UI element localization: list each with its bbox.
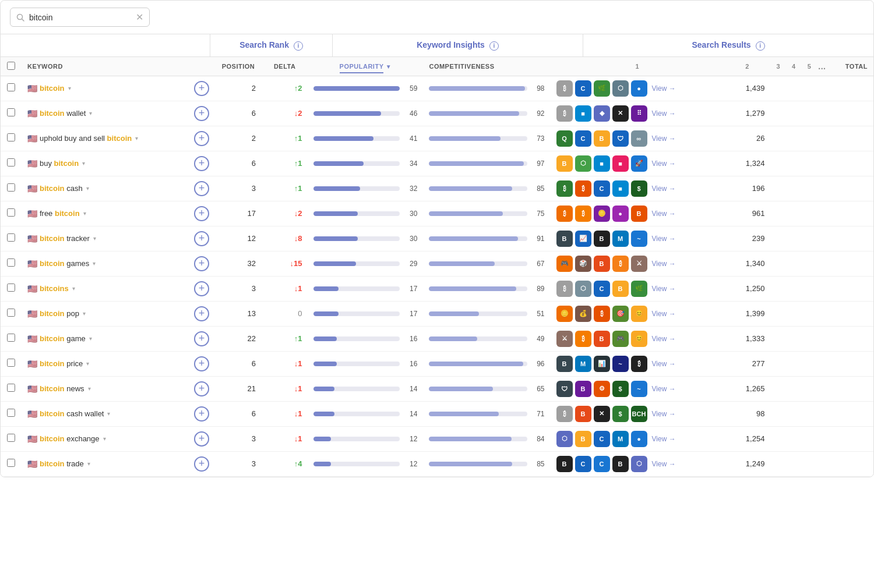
- add-keyword-button[interactable]: +: [194, 281, 209, 296]
- row-checkbox-1[interactable]: [7, 108, 15, 116]
- view-more-link[interactable]: View →: [652, 285, 676, 293]
- add-keyword-button[interactable]: +: [194, 181, 209, 196]
- row-checkbox-6[interactable]: [7, 233, 15, 242]
- search-rank-info-icon[interactable]: i: [294, 41, 303, 51]
- app-icon-3[interactable]: ◆: [594, 105, 610, 122]
- row-checkbox-7[interactable]: [7, 258, 15, 267]
- add-keyword-button[interactable]: +: [194, 231, 209, 246]
- app-icon-5[interactable]: BCH: [631, 406, 647, 422]
- row-checkbox-10[interactable]: [7, 334, 15, 342]
- add-keyword-button[interactable]: +: [194, 431, 209, 447]
- row-checkbox-15[interactable]: [7, 459, 15, 467]
- app-icon-5[interactable]: B: [631, 206, 647, 222]
- app-icon-4[interactable]: ■: [612, 155, 629, 172]
- view-more-link[interactable]: View →: [652, 260, 676, 268]
- view-more-link[interactable]: View →: [652, 185, 676, 193]
- keyword-dropdown-icon[interactable]: ▾: [89, 110, 92, 116]
- app-icon-4[interactable]: ⬡: [612, 80, 629, 97]
- app-icon-4[interactable]: M: [612, 431, 629, 447]
- search-box[interactable]: ✕: [10, 8, 150, 27]
- app-icon-3[interactable]: B: [594, 231, 610, 247]
- app-icon-1[interactable]: B: [556, 356, 573, 372]
- app-icon-2[interactable]: 📈: [575, 231, 591, 247]
- header-popularity[interactable]: POPULARITY ▼: [308, 57, 423, 76]
- add-keyword-button[interactable]: +: [194, 381, 209, 396]
- app-icon-1[interactable]: ₿: [556, 105, 573, 122]
- app-icon-4[interactable]: $: [612, 381, 629, 397]
- app-icon-2[interactable]: 🎲: [575, 256, 591, 272]
- keyword-dropdown-icon[interactable]: ▾: [83, 310, 86, 317]
- row-checkbox-9[interactable]: [7, 309, 15, 317]
- app-icon-3[interactable]: C: [594, 456, 610, 472]
- app-icon-4[interactable]: ✕: [612, 105, 629, 122]
- app-icon-5[interactable]: 😊: [631, 331, 647, 347]
- add-keyword-button[interactable]: +: [194, 456, 209, 472]
- add-keyword-button[interactable]: +: [194, 131, 209, 146]
- app-icon-1[interactable]: B: [556, 155, 573, 172]
- app-icon-5[interactable]: ●: [631, 80, 647, 97]
- select-all-checkbox[interactable]: [7, 62, 15, 70]
- app-icon-3[interactable]: B: [594, 130, 610, 147]
- app-icon-5[interactable]: 😊: [631, 306, 647, 322]
- app-icon-4[interactable]: M: [612, 231, 629, 247]
- add-keyword-button[interactable]: +: [194, 256, 209, 271]
- row-checkbox-11[interactable]: [7, 359, 15, 367]
- row-checkbox-2[interactable]: [7, 133, 15, 141]
- app-icon-4[interactable]: B: [612, 456, 629, 472]
- app-icon-1[interactable]: ⬡: [556, 431, 573, 447]
- app-icon-4[interactable]: ●: [612, 206, 629, 222]
- app-icon-1[interactable]: ₿: [556, 80, 573, 97]
- app-icon-4[interactable]: ₿: [612, 256, 629, 272]
- app-icon-5[interactable]: ∞: [631, 130, 647, 147]
- keyword-insights-info-icon[interactable]: i: [489, 41, 499, 51]
- app-icon-3[interactable]: B: [594, 331, 610, 347]
- app-icon-5[interactable]: 🌿: [631, 281, 647, 297]
- app-icon-3[interactable]: 🌿: [594, 80, 610, 97]
- view-more-link[interactable]: View →: [652, 385, 676, 393]
- keyword-dropdown-icon[interactable]: ▾: [68, 85, 71, 91]
- app-icon-5[interactable]: 🚀: [631, 155, 647, 172]
- search-results-info-icon[interactable]: i: [756, 41, 765, 51]
- keyword-dropdown-icon[interactable]: ▾: [83, 210, 86, 217]
- app-icon-3[interactable]: C: [594, 431, 610, 447]
- app-icon-5[interactable]: ⠿: [631, 105, 647, 122]
- row-checkbox-4[interactable]: [7, 183, 15, 192]
- add-keyword-button[interactable]: +: [194, 81, 209, 96]
- keyword-dropdown-icon[interactable]: ▾: [93, 235, 96, 242]
- app-icon-3[interactable]: ₿: [594, 306, 610, 322]
- app-icon-3[interactable]: ✕: [594, 406, 610, 422]
- view-more-link[interactable]: View →: [652, 435, 676, 443]
- view-more-link[interactable]: View →: [652, 360, 676, 368]
- keyword-dropdown-icon[interactable]: ▾: [87, 461, 90, 467]
- app-icon-2[interactable]: B: [575, 381, 591, 397]
- view-more-link[interactable]: View →: [652, 210, 676, 218]
- app-icon-4[interactable]: B: [612, 281, 629, 297]
- app-icon-5[interactable]: ⬡: [631, 456, 647, 472]
- app-icon-2[interactable]: M: [575, 356, 591, 372]
- add-keyword-button[interactable]: +: [194, 206, 209, 221]
- app-icon-1[interactable]: 🪙: [556, 306, 573, 322]
- app-icon-2[interactable]: ⬡: [575, 155, 591, 172]
- app-icon-5[interactable]: ~: [631, 381, 647, 397]
- row-checkbox-0[interactable]: [7, 83, 15, 91]
- app-icon-2[interactable]: B: [575, 431, 591, 447]
- app-icon-2[interactable]: ₿: [575, 206, 591, 222]
- keyword-dropdown-icon[interactable]: ▾: [88, 385, 91, 392]
- add-keyword-button[interactable]: +: [194, 106, 209, 121]
- view-more-link[interactable]: View →: [652, 84, 676, 93]
- keyword-dropdown-icon[interactable]: ▾: [86, 185, 89, 192]
- keyword-dropdown-icon[interactable]: ▾: [89, 335, 92, 342]
- app-icon-2[interactable]: C: [575, 456, 591, 472]
- row-checkbox-5[interactable]: [7, 208, 15, 217]
- view-more-link[interactable]: View →: [652, 160, 676, 168]
- keyword-dropdown-icon[interactable]: ▾: [107, 410, 110, 417]
- view-more-link[interactable]: View →: [652, 460, 676, 468]
- keyword-dropdown-icon[interactable]: ▾: [103, 435, 106, 442]
- app-icon-2[interactable]: C: [575, 130, 591, 147]
- row-checkbox-8[interactable]: [7, 284, 15, 292]
- app-icon-1[interactable]: B: [556, 456, 573, 472]
- row-checkbox-12[interactable]: [7, 384, 15, 392]
- view-more-link[interactable]: View →: [652, 134, 676, 143]
- app-icon-3[interactable]: C: [594, 180, 610, 197]
- app-icon-4[interactable]: 🛡: [612, 130, 629, 147]
